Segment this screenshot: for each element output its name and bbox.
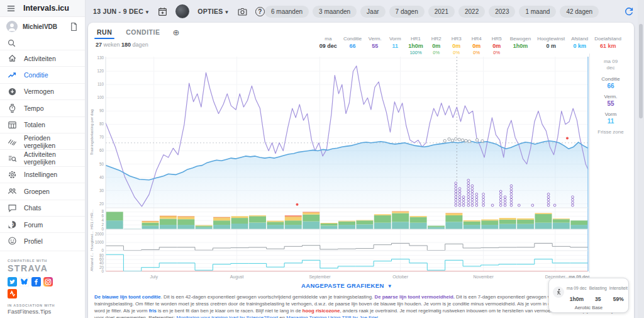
sidebar-item-label: Chats bbox=[24, 204, 41, 212]
sidebar-item-tempo[interactable]: Tempo bbox=[0, 99, 85, 116]
twitter-icon[interactable] bbox=[8, 277, 17, 287]
sidebar-item-chats[interactable]: Chats bbox=[0, 200, 85, 216]
explanation-segment: is en je bent fit dan ben je klaar om te… bbox=[157, 308, 303, 314]
association-label: IN ASSOCIATION WITH bbox=[8, 304, 77, 307]
svg-text:8: 8 bbox=[101, 209, 104, 213]
explanation-segment: hoog risicozone bbox=[303, 308, 340, 314]
social-links bbox=[8, 277, 77, 287]
home-icon bbox=[8, 54, 17, 63]
hamburger-menu-icon[interactable] bbox=[6, 4, 16, 13]
svg-text:80: 80 bbox=[99, 253, 104, 258]
stat-hr4: HR40m0% bbox=[470, 36, 484, 55]
sidebar-item-label: Activiteiten bbox=[24, 55, 56, 62]
chats-icon bbox=[8, 203, 17, 213]
sidebar-item-profiel[interactable]: Profiel bbox=[0, 232, 85, 249]
profile-icon bbox=[8, 236, 17, 246]
sidebar-header: Intervals.icu bbox=[0, 0, 85, 17]
user-name: MichielVDB bbox=[23, 23, 64, 30]
sidebar-item-groepen[interactable]: Groepen bbox=[0, 183, 85, 199]
svg-text:70: 70 bbox=[99, 135, 104, 139]
strava-wordmark: STRAVA bbox=[8, 263, 77, 273]
document-icon[interactable] bbox=[69, 22, 79, 31]
range-chip-2023[interactable]: 2023 bbox=[489, 6, 515, 18]
options-menu[interactable]: OPTIES▼ bbox=[197, 8, 230, 15]
svg-text:80: 80 bbox=[99, 122, 104, 126]
sidebar-item-label: Totalen bbox=[24, 121, 45, 128]
user-row[interactable]: MichielVDB bbox=[0, 17, 85, 36]
svg-text:Trainingsbelasting per dag: Trainingsbelasting per dag bbox=[89, 109, 94, 155]
sidebar-item-label: Perioden vergelijken bbox=[24, 134, 77, 149]
search-icon[interactable] bbox=[7, 38, 16, 48]
range-chip-jaar[interactable]: Jaar bbox=[360, 6, 385, 18]
panel-conditie: Conditie66 bbox=[590, 76, 631, 89]
association-name: FastFitness.Tips bbox=[8, 308, 77, 315]
svg-text:Hoogtewi...: Hoogtewi... bbox=[89, 231, 94, 251]
toolbar: 13 JUN - 9 DEC▼ OPTIES▼ ? 6 maanden3 maa… bbox=[86, 0, 644, 23]
sidebar-item-perioden-vergelijken[interactable]: Perioden vergelijken bbox=[0, 133, 85, 149]
bluesky-icon[interactable] bbox=[19, 277, 29, 287]
svg-text:120: 120 bbox=[97, 69, 104, 73]
range-chip-3-maanden[interactable]: 3 maanden bbox=[313, 6, 357, 18]
explanation-segment: . Dit is een 42-dagen exponentieel gewog… bbox=[161, 294, 375, 300]
reference-link[interactable]: Monitoring your training load by Science… bbox=[176, 315, 278, 318]
explanation-segment: De paarse lijn toont vermoeidheid. bbox=[375, 294, 455, 300]
svg-text:0: 0 bbox=[101, 227, 104, 231]
stat-hr3: HR30m0% bbox=[450, 36, 464, 55]
sidebar-item-instellingen[interactable]: Instellingen bbox=[0, 166, 85, 183]
sidebar-item-forum[interactable]: DForum bbox=[0, 216, 85, 232]
tooltip-intensity: 59% bbox=[613, 296, 624, 302]
stat-verm-: Verm.55 bbox=[368, 36, 382, 49]
svg-text:2: 2 bbox=[101, 222, 104, 227]
range-chip-7-dagen[interactable]: 7 dagen bbox=[389, 6, 425, 18]
date-range-selector[interactable]: 13 JUN - 9 DEC▼ bbox=[93, 8, 150, 15]
page-scrollbar[interactable] bbox=[638, 0, 644, 318]
facebook-icon[interactable] bbox=[31, 277, 41, 287]
profile-photo[interactable] bbox=[175, 4, 189, 18]
tab-conditie[interactable]: CONDITIE bbox=[125, 26, 161, 38]
sidebar-item-label: Vermogen bbox=[24, 88, 54, 95]
fitness-card: RUNCONDITIE⊕ 27 weken 180 dagen ma09 dec… bbox=[88, 23, 634, 318]
tab-run[interactable]: RUN bbox=[96, 26, 113, 38]
sidebar-item-totalen[interactable]: Totalen bbox=[0, 116, 85, 133]
svg-text:Afstand /...: Afstand /... bbox=[89, 253, 94, 271]
svg-text:110: 110 bbox=[97, 82, 104, 86]
range-chip-6-maanden[interactable]: 6 maanden bbox=[265, 6, 309, 18]
groups-icon bbox=[8, 186, 17, 196]
svg-text:90: 90 bbox=[99, 108, 104, 113]
sidebar-item-label: Instellingen bbox=[24, 171, 57, 178]
range-chip-1-maand[interactable]: 1 maand bbox=[519, 6, 556, 18]
instagram-icon[interactable] bbox=[43, 277, 53, 287]
svg-text:November: November bbox=[473, 275, 494, 279]
refresh-icon[interactable] bbox=[624, 6, 634, 16]
sidebar-item-activiteiten-vergelijken[interactable]: Activiteiten vergelijken bbox=[0, 149, 85, 166]
sidebar-item-label: Forum bbox=[24, 221, 43, 229]
camera-icon[interactable] bbox=[238, 7, 247, 16]
fitness-chart[interactable]: 2030405060708090100110120130024680100020… bbox=[88, 54, 591, 281]
calendar-add-icon[interactable] bbox=[158, 7, 167, 16]
reference-link[interactable]: Managing Training Using TSB by Joe Friel bbox=[286, 315, 378, 318]
tooltip-zone: Aerobic Base bbox=[553, 305, 625, 310]
strava-icon[interactable] bbox=[8, 289, 77, 298]
svg-text:6: 6 bbox=[101, 213, 104, 218]
custom-charts-button[interactable]: AANGEPASTE GRAFIEKEN ▼ bbox=[106, 282, 588, 289]
stat-hoogtewinst: Hoogtewinst0 m bbox=[537, 36, 565, 49]
sidebar-item-vermogen[interactable]: Vermogen bbox=[0, 83, 85, 99]
forum-icon: D bbox=[8, 220, 17, 229]
tooltip-intensity-label: Intensiteit bbox=[609, 286, 628, 290]
range-chip-2021[interactable]: 2021 bbox=[428, 6, 455, 18]
scrollbar-thumb[interactable] bbox=[639, 24, 643, 118]
sidebar-item-activiteiten[interactable]: Activiteiten bbox=[0, 50, 85, 66]
range-chip-42-dagen[interactable]: 42 dagen bbox=[560, 6, 599, 18]
svg-text:0: 0 bbox=[101, 269, 104, 273]
help-icon[interactable]: ? bbox=[255, 7, 265, 16]
range-chip-2022[interactable]: 2022 bbox=[458, 6, 485, 18]
svg-text:September: September bbox=[309, 275, 331, 280]
stat-hr2: HR20m0% bbox=[430, 36, 443, 55]
tooltip-date: ma 09 dec bbox=[567, 286, 587, 290]
sidebar-item-conditie[interactable]: Conditie bbox=[0, 66, 85, 82]
svg-text:October: October bbox=[392, 275, 409, 279]
stat-hr1: HR11h0m100% bbox=[408, 36, 423, 55]
add-tab-icon[interactable]: ⊕ bbox=[172, 28, 179, 37]
svg-text:30: 30 bbox=[99, 188, 104, 193]
tooltip-load: 35 bbox=[595, 296, 601, 302]
